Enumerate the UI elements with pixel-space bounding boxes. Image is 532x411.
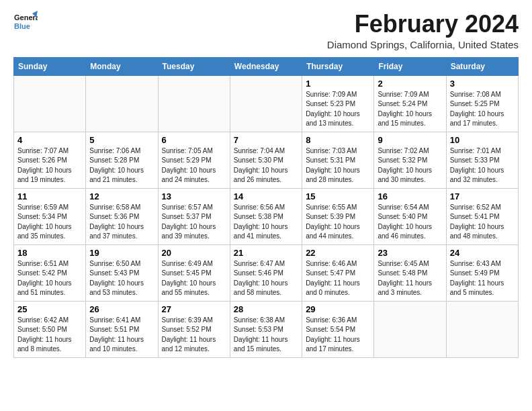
day-number: 29 (306, 304, 370, 314)
location-title: Diamond Springs, California, United Stat… (327, 39, 519, 50)
day-info: Sunrise: 6:55 AMSunset: 5:39 PMDaylight:… (306, 203, 370, 242)
weekday-header-wednesday: Wednesday (230, 57, 302, 75)
calendar-cell: 26Sunrise: 6:41 AMSunset: 5:51 PMDayligh… (86, 301, 158, 357)
day-info: Sunrise: 7:09 AMSunset: 5:24 PMDaylight:… (378, 90, 442, 129)
week-row-5: 25Sunrise: 6:42 AMSunset: 5:50 PMDayligh… (14, 301, 519, 357)
calendar-cell (446, 301, 518, 357)
calendar-cell: 10Sunrise: 7:01 AMSunset: 5:33 PMDayligh… (446, 132, 518, 188)
day-number: 13 (162, 191, 226, 201)
day-info: Sunrise: 6:54 AMSunset: 5:40 PMDaylight:… (378, 203, 442, 242)
day-number: 27 (162, 304, 226, 314)
weekday-header-tuesday: Tuesday (158, 57, 230, 75)
weekday-header-friday: Friday (374, 57, 446, 75)
calendar-cell: 15Sunrise: 6:55 AMSunset: 5:39 PMDayligh… (302, 188, 374, 244)
day-info: Sunrise: 6:50 AMSunset: 5:43 PMDaylight:… (89, 259, 154, 298)
week-row-2: 4Sunrise: 7:07 AMSunset: 5:26 PMDaylight… (14, 132, 519, 188)
calendar-cell: 17Sunrise: 6:52 AMSunset: 5:41 PMDayligh… (446, 188, 518, 244)
day-number: 19 (89, 248, 154, 258)
calendar-cell: 14Sunrise: 6:56 AMSunset: 5:38 PMDayligh… (230, 188, 302, 244)
day-info: Sunrise: 7:01 AMSunset: 5:33 PMDaylight:… (450, 146, 515, 185)
calendar-cell (158, 75, 230, 132)
day-number: 9 (378, 135, 442, 145)
day-info: Sunrise: 6:36 AMSunset: 5:54 PMDaylight:… (306, 316, 370, 355)
svg-text:Blue: Blue (14, 22, 30, 30)
calendar-cell (374, 301, 446, 357)
day-number: 15 (306, 191, 370, 201)
calendar-cell: 9Sunrise: 7:02 AMSunset: 5:32 PMDaylight… (374, 132, 446, 188)
calendar-cell: 27Sunrise: 6:39 AMSunset: 5:52 PMDayligh… (158, 301, 230, 357)
day-number: 23 (378, 248, 442, 258)
day-number: 4 (17, 135, 82, 145)
weekday-header-thursday: Thursday (302, 57, 374, 75)
day-info: Sunrise: 7:04 AMSunset: 5:30 PMDaylight:… (234, 146, 298, 185)
day-info: Sunrise: 6:46 AMSunset: 5:47 PMDaylight:… (306, 259, 370, 298)
calendar-cell: 13Sunrise: 6:57 AMSunset: 5:37 PMDayligh… (158, 188, 230, 244)
calendar-cell: 19Sunrise: 6:50 AMSunset: 5:43 PMDayligh… (86, 244, 158, 301)
week-row-3: 11Sunrise: 6:59 AMSunset: 5:34 PMDayligh… (14, 188, 519, 244)
day-number: 5 (89, 135, 154, 145)
calendar-cell: 22Sunrise: 6:46 AMSunset: 5:47 PMDayligh… (302, 244, 374, 301)
calendar-cell (14, 75, 86, 132)
calendar-cell: 1Sunrise: 7:09 AMSunset: 5:23 PMDaylight… (302, 75, 374, 132)
calendar-cell: 23Sunrise: 6:45 AMSunset: 5:48 PMDayligh… (374, 244, 446, 301)
calendar-cell (86, 75, 158, 132)
day-number: 20 (162, 248, 226, 258)
page-header: General Blue February 2024 Diamond Sprin… (13, 11, 519, 50)
calendar-cell: 25Sunrise: 6:42 AMSunset: 5:50 PMDayligh… (14, 301, 86, 357)
calendar-cell: 21Sunrise: 6:47 AMSunset: 5:46 PMDayligh… (230, 244, 302, 301)
day-number: 1 (306, 79, 370, 89)
weekday-header-sunday: Sunday (14, 57, 86, 75)
logo-svg: General Blue (13, 11, 38, 35)
day-info: Sunrise: 7:03 AMSunset: 5:31 PMDaylight:… (306, 146, 370, 185)
day-info: Sunrise: 6:58 AMSunset: 5:36 PMDaylight:… (89, 203, 154, 242)
day-info: Sunrise: 6:42 AMSunset: 5:50 PMDaylight:… (17, 316, 82, 355)
day-info: Sunrise: 6:38 AMSunset: 5:53 PMDaylight:… (234, 316, 298, 355)
logo: General Blue (13, 11, 38, 35)
day-info: Sunrise: 7:07 AMSunset: 5:26 PMDaylight:… (17, 146, 82, 185)
day-number: 3 (450, 79, 515, 89)
day-info: Sunrise: 6:59 AMSunset: 5:34 PMDaylight:… (17, 203, 82, 242)
day-number: 28 (234, 304, 298, 314)
calendar-cell: 6Sunrise: 7:05 AMSunset: 5:29 PMDaylight… (158, 132, 230, 188)
day-info: Sunrise: 6:51 AMSunset: 5:42 PMDaylight:… (17, 259, 82, 298)
day-number: 7 (234, 135, 298, 145)
day-number: 18 (17, 248, 82, 258)
month-title: February 2024 (327, 11, 519, 38)
calendar-cell: 20Sunrise: 6:49 AMSunset: 5:45 PMDayligh… (158, 244, 230, 301)
day-info: Sunrise: 6:49 AMSunset: 5:45 PMDaylight:… (162, 259, 226, 298)
day-info: Sunrise: 6:57 AMSunset: 5:37 PMDaylight:… (162, 203, 226, 242)
day-info: Sunrise: 6:47 AMSunset: 5:46 PMDaylight:… (234, 259, 298, 298)
calendar-table: SundayMondayTuesdayWednesdayThursdayFrid… (13, 57, 519, 358)
calendar-cell: 8Sunrise: 7:03 AMSunset: 5:31 PMDaylight… (302, 132, 374, 188)
day-number: 2 (378, 79, 442, 89)
day-number: 12 (89, 191, 154, 201)
calendar-cell: 3Sunrise: 7:08 AMSunset: 5:25 PMDaylight… (446, 75, 518, 132)
calendar-cell: 5Sunrise: 7:06 AMSunset: 5:28 PMDaylight… (86, 132, 158, 188)
day-info: Sunrise: 6:43 AMSunset: 5:49 PMDaylight:… (450, 259, 515, 298)
calendar-cell: 28Sunrise: 6:38 AMSunset: 5:53 PMDayligh… (230, 301, 302, 357)
title-block: February 2024 Diamond Springs, Californi… (327, 11, 519, 50)
day-number: 17 (450, 191, 515, 201)
day-info: Sunrise: 7:09 AMSunset: 5:23 PMDaylight:… (306, 90, 370, 129)
weekday-header-monday: Monday (86, 57, 158, 75)
calendar-cell: 12Sunrise: 6:58 AMSunset: 5:36 PMDayligh… (86, 188, 158, 244)
day-number: 21 (234, 248, 298, 258)
weekday-header-saturday: Saturday (446, 57, 518, 75)
calendar-cell: 7Sunrise: 7:04 AMSunset: 5:30 PMDaylight… (230, 132, 302, 188)
day-info: Sunrise: 6:41 AMSunset: 5:51 PMDaylight:… (89, 316, 154, 355)
calendar-cell (230, 75, 302, 132)
calendar-cell: 2Sunrise: 7:09 AMSunset: 5:24 PMDaylight… (374, 75, 446, 132)
day-number: 24 (450, 248, 515, 258)
day-number: 14 (234, 191, 298, 201)
day-info: Sunrise: 6:39 AMSunset: 5:52 PMDaylight:… (162, 316, 226, 355)
calendar-cell: 18Sunrise: 6:51 AMSunset: 5:42 PMDayligh… (14, 244, 86, 301)
week-row-4: 18Sunrise: 6:51 AMSunset: 5:42 PMDayligh… (14, 244, 519, 301)
day-number: 11 (17, 191, 82, 201)
week-row-1: 1Sunrise: 7:09 AMSunset: 5:23 PMDaylight… (14, 75, 519, 132)
day-info: Sunrise: 7:05 AMSunset: 5:29 PMDaylight:… (162, 146, 226, 185)
weekday-header-row: SundayMondayTuesdayWednesdayThursdayFrid… (14, 57, 519, 75)
day-info: Sunrise: 7:02 AMSunset: 5:32 PMDaylight:… (378, 146, 442, 185)
day-info: Sunrise: 6:52 AMSunset: 5:41 PMDaylight:… (450, 203, 515, 242)
day-number: 8 (306, 135, 370, 145)
calendar-cell: 4Sunrise: 7:07 AMSunset: 5:26 PMDaylight… (14, 132, 86, 188)
